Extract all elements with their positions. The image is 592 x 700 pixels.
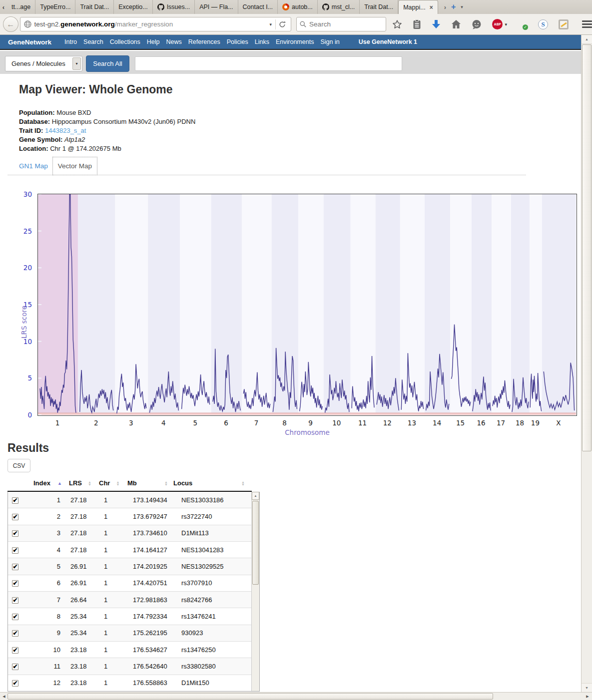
table-vertical-scrollbar[interactable]: ▲: [251, 492, 259, 691]
adblock-plus-icon[interactable]: ABP ▾: [492, 19, 507, 29]
tab-vector-map[interactable]: Vector Map: [52, 157, 97, 175]
sort-icon[interactable]: ▲▼: [241, 481, 245, 486]
table-scroll-up-icon[interactable]: ▲: [252, 492, 259, 500]
brand-logo[interactable]: GeneNetwork: [8, 38, 51, 46]
column-header-chr[interactable]: Chr ▲▼: [93, 479, 122, 487]
browser-tab[interactable]: autob...: [278, 0, 318, 14]
reload-icon[interactable]: [276, 21, 289, 28]
extension-s-icon[interactable]: S: [538, 19, 548, 29]
table-row[interactable]: ✔ 726.64 1172.981863 rs8242766: [8, 592, 259, 608]
lrs-genome-chart[interactable]: [37, 194, 577, 416]
column-header-lrs[interactable]: LRS ▲▼: [60, 479, 93, 487]
chromosome-band[interactable]: [115, 194, 148, 415]
back-button[interactable]: ←: [3, 16, 18, 32]
chromosome-band[interactable]: [180, 194, 211, 415]
bookmark-star-icon[interactable]: [392, 19, 402, 29]
table-row[interactable]: ✔ 825.34 1174.792334 rs13476241: [8, 608, 259, 625]
new-tab-button[interactable]: +: [451, 2, 456, 11]
chromosome-band[interactable]: [425, 194, 450, 415]
browser-tab[interactable]: Issues...: [153, 0, 195, 14]
row-checkbox[interactable]: ✔: [12, 514, 18, 520]
search-category-select[interactable]: Genes / Molecules ▾: [5, 56, 82, 71]
chromosome-band[interactable]: [542, 194, 576, 415]
site-search-input[interactable]: [135, 56, 402, 71]
table-row[interactable]: ✔ 227.18 1173.679247 rs3722740: [8, 508, 259, 525]
trait-id-link[interactable]: 1443823_s_at: [45, 127, 86, 134]
table-row[interactable]: ✔ 1023.18 1176.534627 rs13476250: [8, 642, 259, 658]
table-scroll-thumb[interactable]: [252, 501, 259, 585]
nav-item-use-genenetwork1[interactable]: Use GeneNetwork 1: [359, 38, 417, 45]
nav-item-links[interactable]: Links: [255, 38, 269, 45]
row-checkbox[interactable]: ✔: [12, 647, 18, 654]
row-checkbox[interactable]: ✔: [12, 530, 18, 537]
row-checkbox[interactable]: ✔: [12, 680, 18, 687]
row-checkbox[interactable]: ✔: [12, 614, 18, 620]
hamburger-menu-icon[interactable]: [582, 20, 592, 28]
search-all-button[interactable]: Search All: [86, 55, 129, 72]
browser-tab[interactable]: mst_cl...: [318, 0, 360, 14]
tab-gn1-map[interactable]: GN1 Map: [19, 162, 48, 170]
column-header-mb[interactable]: Mb ▲▼: [122, 479, 171, 487]
page-horizontal-scrollbar[interactable]: ◀ ▶: [0, 692, 592, 700]
table-row[interactable]: ✔ 1123.18 1176.542640 rs33802580: [8, 658, 259, 675]
chromosome-band[interactable]: [351, 194, 376, 415]
chromosome-band[interactable]: [450, 194, 472, 415]
url-bar[interactable]: test-gn2.genenetwork.org/marker_regressi…: [20, 17, 292, 31]
reading-list-icon[interactable]: [413, 19, 421, 29]
row-checkbox[interactable]: ✔: [12, 497, 18, 504]
nav-item-intro[interactable]: Intro: [64, 38, 77, 45]
select-caret-icon[interactable]: ▾: [72, 57, 81, 70]
browser-tab-active[interactable]: Mappi... ×: [398, 0, 438, 14]
sort-icon[interactable]: ▲▼: [116, 481, 119, 486]
row-checkbox[interactable]: ✔: [12, 664, 18, 670]
nav-item-environments[interactable]: Environments: [276, 38, 314, 45]
chromosome-band[interactable]: [38, 194, 78, 415]
browser-tab[interactable]: Exceptio...: [114, 0, 152, 14]
scroll-left-icon[interactable]: ◀: [0, 693, 8, 700]
home-icon[interactable]: [451, 19, 461, 29]
row-checkbox[interactable]: ✔: [12, 630, 18, 637]
browser-tab[interactable]: Trait Dat...: [360, 0, 398, 14]
downloads-icon[interactable]: [432, 19, 441, 29]
chromosome-band[interactable]: [324, 194, 351, 415]
table-row[interactable]: ✔ 427.18 1174.164127 NES13041283: [8, 542, 259, 558]
nav-item-search[interactable]: Search: [83, 38, 103, 45]
tab-close-icon[interactable]: ×: [430, 4, 433, 11]
nav-item-policies[interactable]: Policies: [227, 38, 248, 45]
nav-item-references[interactable]: References: [188, 38, 220, 45]
column-header-locus[interactable]: Locus ▲▼: [171, 479, 252, 487]
row-checkbox[interactable]: ✔: [12, 597, 18, 604]
screenshot-edit-icon[interactable]: [559, 19, 569, 29]
table-row[interactable]: ✔ 327.18 1173.734610 D1Mit113: [8, 525, 259, 542]
scroll-down-icon[interactable]: ▼: [582, 683, 592, 692]
page-vertical-scrollbar[interactable]: ▲ ▼: [581, 35, 592, 692]
sort-icon[interactable]: ▲▼: [88, 481, 91, 486]
table-row[interactable]: ✔ 1223.18 1176.558863 D1Mit150: [8, 675, 259, 692]
extension-cookie-icon[interactable]: ✓: [518, 19, 528, 29]
chromosome-band[interactable]: [472, 194, 492, 415]
row-checkbox[interactable]: ✔: [12, 580, 18, 587]
row-checkbox[interactable]: ✔: [12, 564, 18, 570]
nav-item-collections[interactable]: Collections: [110, 38, 140, 45]
sort-icon[interactable]: ▲▼: [164, 481, 168, 486]
table-row[interactable]: ✔ 925.34 1175.262195 930923: [8, 625, 259, 642]
browser-tab[interactable]: TypeErro...: [35, 0, 75, 14]
tab-scroll-left-icon[interactable]: ‹: [0, 0, 7, 14]
browser-tab[interactable]: Trait Dat...: [75, 0, 114, 14]
browser-tab[interactable]: API — Fla...: [195, 0, 238, 14]
chromosome-band[interactable]: [376, 194, 400, 415]
tab-list-icon[interactable]: ▾: [461, 4, 463, 9]
browser-tab[interactable]: tt...age: [7, 0, 35, 14]
nav-item-help[interactable]: Help: [147, 38, 160, 45]
browser-search-bar[interactable]: [296, 17, 386, 31]
chromosome-band[interactable]: [400, 194, 425, 415]
horizontal-scroll-thumb[interactable]: [7, 693, 493, 700]
chromosome-band[interactable]: [78, 194, 115, 415]
chromosome-band[interactable]: [492, 194, 511, 415]
table-row[interactable]: ✔ 626.91 1174.420751 rs3707910: [8, 575, 259, 592]
column-header-index[interactable]: Index ▲: [27, 479, 60, 487]
row-checkbox[interactable]: ✔: [12, 547, 18, 554]
adblock-dropdown-icon[interactable]: ▾: [505, 22, 507, 27]
csv-export-button[interactable]: CSV: [7, 459, 30, 472]
tab-scroll-right-icon[interactable]: ›: [444, 3, 446, 11]
